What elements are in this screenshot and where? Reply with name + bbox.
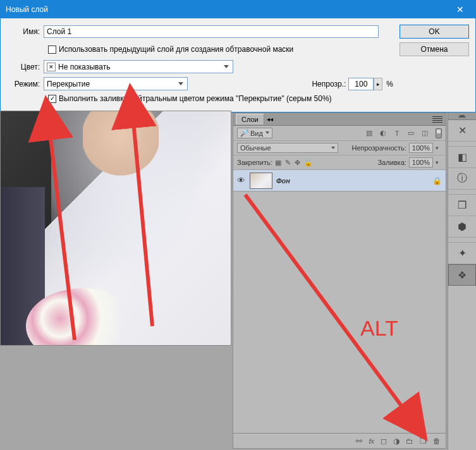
layers-dock-icon[interactable]: ❖: [448, 264, 476, 286]
color-value: Не показывать: [58, 63, 110, 71]
adjustment-layer-icon[interactable]: ◑: [393, 437, 400, 446]
opacity-arrow-icon[interactable]: ▸: [374, 78, 382, 90]
mode-value: Перекрытие: [47, 80, 90, 88]
dialog-title: Новый слой: [6, 5, 448, 14]
fill-neutral-label: Выполнить заливку нейтральным цветом реж…: [59, 94, 332, 103]
opacity-input[interactable]: [348, 78, 374, 90]
panel-menu-icon[interactable]: [432, 115, 443, 124]
lock-paint-icon[interactable]: ✎: [285, 159, 291, 167]
mode-label: Режим:: [7, 80, 44, 88]
filter-type-icon[interactable]: T: [393, 129, 401, 138]
lock-all-icon[interactable]: 🔒: [304, 159, 313, 167]
fill-label-panel: Заливка:: [377, 159, 406, 166]
layer-item-background[interactable]: 👁 Фон 🔒: [233, 170, 446, 192]
delete-layer-icon[interactable]: 🗑: [433, 437, 441, 446]
layer-lock-icon[interactable]: 🔒: [432, 176, 442, 185]
canvas-image[interactable]: [0, 111, 231, 346]
visibility-eye-icon[interactable]: 👁: [237, 176, 246, 185]
layer-thumbnail[interactable]: [250, 173, 272, 189]
close-icon[interactable]: ✕: [448, 2, 473, 17]
mask-icon[interactable]: ◻: [381, 437, 387, 446]
opacity-drop-icon[interactable]: ▾: [436, 145, 442, 151]
name-label: Имя:: [7, 27, 44, 36]
layer-name[interactable]: Фон: [276, 177, 290, 185]
paths-icon[interactable]: ✦: [448, 243, 476, 264]
blend-mode-value: Обычные: [240, 144, 271, 152]
clip-mask-checkbox[interactable]: [48, 46, 56, 54]
fill-drop-icon[interactable]: ▾: [436, 159, 442, 166]
info-icon[interactable]: ⓘ: [448, 168, 476, 190]
right-dock-strip: ✕ ◧ ⓘ ❒ ⬢ ✦ ❖: [448, 113, 476, 450]
opacity-input-panel[interactable]: 100%: [409, 143, 433, 153]
opacity-label-panel: Непрозрачность:: [351, 144, 406, 152]
name-input[interactable]: [44, 25, 379, 38]
opacity-label: Непрозр.:: [312, 80, 346, 88]
canvas-paste-area: [0, 346, 231, 450]
dialog-titlebar[interactable]: Новый слой ✕: [1, 1, 475, 18]
cancel-button[interactable]: Отмена: [400, 42, 469, 56]
mode-select[interactable]: Перекрытие: [44, 77, 188, 90]
link-layers-icon[interactable]: ⚯: [356, 437, 362, 446]
color-select[interactable]: ✕ Не показывать: [44, 60, 233, 73]
fx-icon[interactable]: fx: [369, 437, 374, 445]
collapse-left-icon[interactable]: ◂◂: [267, 116, 274, 123]
clip-mask-label: Использовать предыдущий слой для создани…: [59, 45, 293, 54]
x-icon: ✕: [47, 63, 56, 71]
dock-collapse-icon[interactable]: [448, 113, 476, 120]
layers-tab[interactable]: Слои: [236, 114, 264, 125]
ok-button[interactable]: OK: [400, 25, 469, 39]
lock-label: Закрепить:: [237, 159, 272, 166]
filter-adjust-icon[interactable]: ◐: [379, 129, 388, 138]
new-layer-dialog: Новый слой ✕ Имя: OK Использовать предыд…: [0, 0, 476, 113]
color-icon[interactable]: ⬢: [448, 216, 476, 238]
lock-move-icon[interactable]: ✥: [295, 159, 300, 167]
fill-input-panel[interactable]: 100%: [409, 157, 433, 167]
group-icon[interactable]: 🗀: [406, 437, 413, 446]
tools-options-icon[interactable]: ✕: [448, 120, 476, 142]
opacity-unit: %: [386, 80, 393, 88]
properties-icon[interactable]: ◧: [448, 147, 476, 168]
filter-smart-icon[interactable]: ◫: [420, 129, 429, 138]
filter-pixel-icon[interactable]: ▧: [365, 129, 374, 138]
fill-neutral-checkbox[interactable]: [48, 95, 56, 103]
filter-shape-icon[interactable]: ▭: [406, 129, 415, 138]
filter-toggle[interactable]: [436, 128, 442, 138]
cube-3d-icon[interactable]: ❒: [448, 195, 476, 216]
color-label: Цвет:: [7, 63, 44, 71]
layers-panel: Слои ◂◂ 🔎Вид ▧ ◐ T ▭ ◫ Обычные Непрозрач…: [233, 113, 446, 449]
lock-transparent-icon[interactable]: ▦: [275, 159, 281, 167]
new-layer-icon[interactable]: ❐: [420, 437, 427, 446]
filter-kind-label: Вид: [250, 130, 263, 137]
layer-list: 👁 Фон 🔒: [233, 170, 446, 433]
blend-mode-select[interactable]: Обычные: [237, 143, 338, 153]
filter-kind-select[interactable]: 🔎Вид: [237, 128, 272, 138]
